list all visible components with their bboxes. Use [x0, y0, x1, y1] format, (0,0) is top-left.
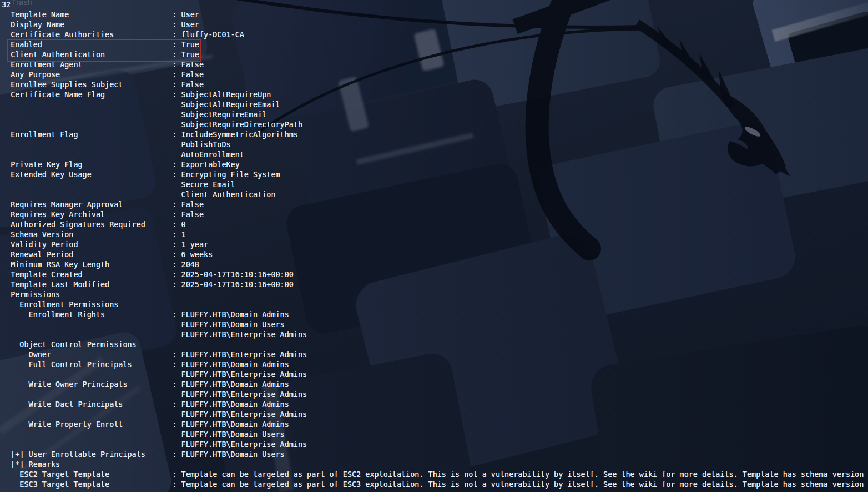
terminal-output[interactable]: 32 Template Name : User Display Name : U…	[2, 0, 868, 492]
highlight-annotation-box	[7, 39, 201, 62]
terminal-screen: Trash 32 Template Name : User Display Na…	[0, 0, 868, 492]
